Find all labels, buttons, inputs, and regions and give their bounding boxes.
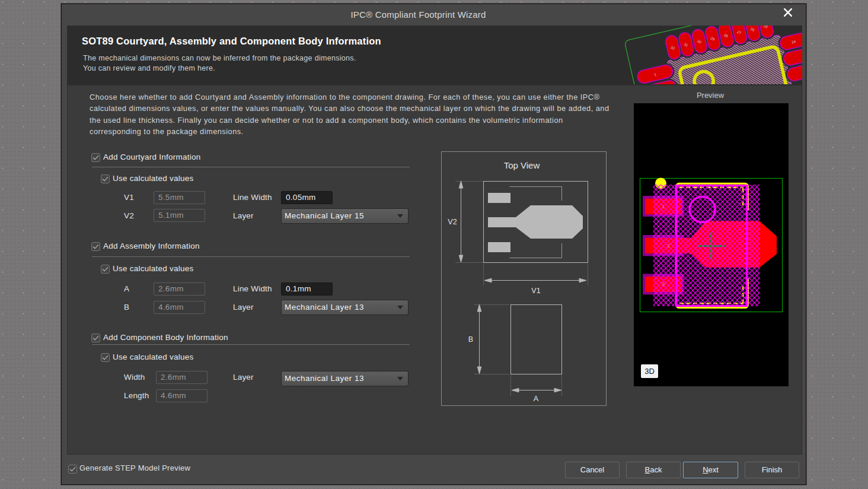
svg-text:3: 3: [662, 281, 665, 287]
svg-text:A: A: [534, 395, 539, 403]
svg-text:1: 1: [662, 203, 665, 209]
svg-text:2: 2: [667, 242, 670, 249]
svg-text:B: B: [468, 335, 473, 344]
svg-text:V2: V2: [448, 218, 457, 226]
svg-text:Top View: Top View: [504, 160, 540, 170]
svg-text:V1: V1: [531, 287, 540, 295]
